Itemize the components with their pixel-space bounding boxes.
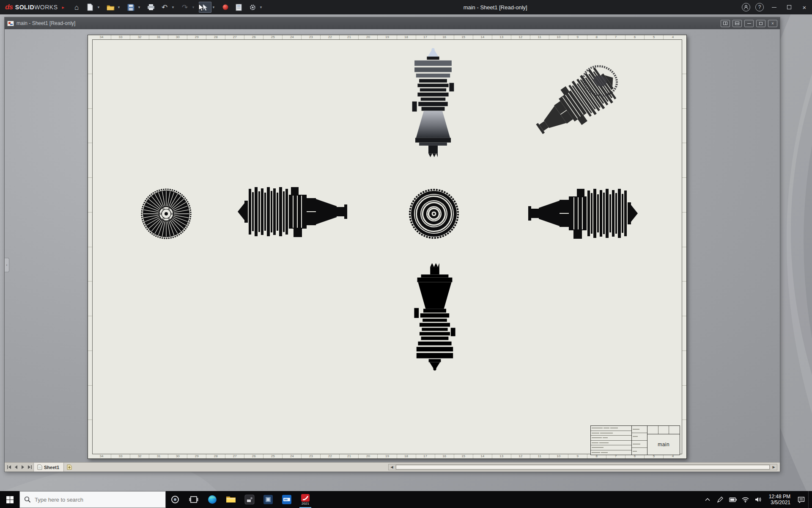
gear-icon (249, 4, 256, 11)
cortana-button[interactable] (166, 491, 184, 508)
drawing-view-side-left[interactable] (237, 182, 364, 242)
options-dropdown-icon[interactable]: ▾ (259, 5, 263, 9)
viewport-split-button[interactable] (721, 20, 730, 27)
close-button[interactable]: × (797, 0, 812, 14)
open-dropdown-icon[interactable]: ▾ (117, 5, 121, 9)
drawing-view-side-right[interactable] (512, 183, 639, 243)
zone-tick (682, 247, 686, 282)
select-tool-button[interactable] (199, 2, 211, 13)
zone-number: 25 (263, 454, 283, 458)
zone-tick (88, 74, 92, 109)
drawing-view-rear[interactable] (141, 188, 192, 239)
app-icon-dark-button[interactable] (240, 491, 259, 508)
scroll-right-arrow[interactable]: ▶ (771, 464, 777, 470)
drawing-view-isometric[interactable] (521, 57, 629, 149)
next-sheet-button[interactable] (19, 464, 26, 470)
solidworks-taskbar-button[interactable]: 2021 (296, 491, 315, 508)
new-dropdown-icon[interactable]: ▾ (96, 5, 101, 9)
start-button[interactable] (0, 491, 19, 508)
previous-sheet-button[interactable] (13, 464, 19, 470)
clock-time: 12:48 PM (769, 494, 790, 500)
app-icon-navy-button[interactable] (259, 491, 277, 508)
redo-button[interactable]: ↷ (178, 2, 191, 13)
horizontal-scrollbar[interactable]: ◀ ▶ (388, 464, 777, 470)
taskpane-flyout-arrow[interactable]: ‹ (5, 258, 9, 272)
hidden-icons-button[interactable] (702, 491, 713, 508)
new-document-button[interactable] (84, 2, 96, 13)
task-view-icon (189, 495, 198, 504)
file-explorer-button[interactable] (222, 491, 240, 508)
home-button[interactable]: ⌂ (70, 2, 83, 13)
redo-icon: ↷ (182, 4, 188, 11)
action-center-button[interactable] (796, 491, 807, 508)
account-icon[interactable] (742, 3, 750, 11)
select-dropdown-icon[interactable]: ▾ (211, 5, 216, 9)
drawing-view-bottom[interactable] (408, 248, 461, 373)
windows-taskbar: 2021 12:48 PM 3/5/2021 (0, 491, 812, 508)
zone-number: 31 (149, 35, 168, 39)
search-input[interactable] (35, 497, 145, 503)
task-view-button[interactable] (184, 491, 203, 508)
doc-minimize-button[interactable] (744, 20, 754, 27)
taskbar-search[interactable] (19, 491, 166, 508)
undo-dropdown-icon[interactable]: ▾ (171, 5, 175, 9)
doc-restore-button[interactable] (756, 20, 765, 27)
ds-logo-icon: ds (5, 3, 13, 11)
drawing-view-top[interactable] (406, 45, 460, 173)
zone-number: 34 (92, 454, 111, 458)
doc-close-button[interactable]: × (768, 20, 777, 27)
file-properties-button[interactable] (233, 2, 245, 13)
rebuild-sphere-icon (222, 4, 229, 11)
undo-button[interactable]: ↶ (158, 2, 171, 13)
zone-number: 34 (92, 35, 111, 39)
show-desktop-button[interactable] (808, 491, 810, 508)
minimize-button[interactable] (766, 0, 782, 14)
scrollbar-track[interactable] (395, 464, 771, 470)
maximize-button[interactable] (782, 0, 797, 14)
title-block[interactable]: main (590, 425, 680, 455)
drawing-sheet[interactable]: 3433323130292827262524232221201918171615… (88, 35, 687, 459)
last-sheet-button[interactable] (26, 464, 33, 470)
edge-button[interactable] (203, 491, 222, 508)
viewport-hsplit-button[interactable] (732, 20, 742, 27)
drawing-viewport[interactable]: ‹ 34333231302928272625242322212019181716… (5, 29, 780, 462)
save-button[interactable] (124, 2, 137, 13)
add-sheet-button[interactable] (64, 463, 75, 472)
help-icon[interactable]: ? (755, 3, 764, 11)
split-vertical-icon (723, 22, 727, 25)
document-window: main - Sheet1 [Read-only] × ‹ 3433323130… (4, 17, 780, 472)
scroll-left-arrow[interactable]: ◀ (389, 464, 395, 470)
open-button[interactable] (104, 2, 117, 13)
app-icon-blue-button[interactable] (277, 491, 296, 508)
sheet-tab-sheet1[interactable]: Sheet1 (34, 463, 64, 472)
pen-workspace-button[interactable] (715, 491, 726, 508)
battery-button[interactable] (727, 491, 738, 508)
rebuild-button[interactable] (219, 2, 232, 13)
taskbar-clock[interactable]: 12:48 PM 3/5/2021 (765, 494, 794, 505)
zone-number: 26 (244, 35, 263, 39)
save-icon (127, 4, 134, 11)
select-arrow-icon (202, 4, 208, 11)
zone-number: 18 (397, 35, 416, 39)
zone-tick (88, 351, 92, 386)
options-button[interactable] (246, 2, 259, 13)
drawing-view-front[interactable] (409, 188, 459, 239)
volume-button[interactable] (753, 491, 764, 508)
zone-number: 18 (397, 454, 416, 458)
zone-number: 27 (225, 454, 244, 458)
zone-number: 31 (149, 454, 168, 458)
redo-dropdown-icon[interactable]: ▾ (191, 5, 195, 9)
first-sheet-button[interactable] (6, 464, 12, 470)
zone-number: 9 (568, 35, 587, 39)
quick-access-toolbar: ⌂ ▾ ▾ ▾ ↶▾ ↷▾ ▾ (70, 2, 266, 13)
close-icon: × (803, 4, 807, 11)
logo-expand-arrow-icon[interactable]: ▸ (62, 5, 65, 10)
document-titlebar[interactable]: main - Sheet1 [Read-only] × (5, 17, 780, 29)
sheet-zone-numbers-top: 3433323130292827262524232221201918171615… (92, 35, 682, 39)
scrollbar-thumb[interactable] (396, 465, 770, 469)
save-dropdown-icon[interactable]: ▾ (137, 5, 141, 9)
zone-number: 13 (492, 454, 511, 458)
network-button[interactable] (740, 491, 751, 508)
print-button[interactable] (145, 2, 157, 13)
zone-tick (88, 39, 92, 74)
